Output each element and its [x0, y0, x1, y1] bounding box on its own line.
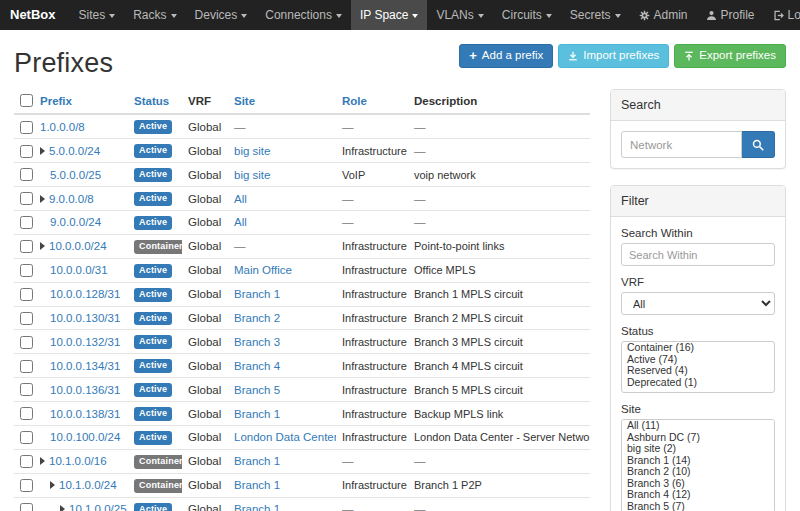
prefix-link[interactable]: 5.0.0.0/24 — [49, 145, 100, 157]
nav-item-devices[interactable]: Devices — [186, 0, 257, 30]
sort-link-role[interactable]: Role — [342, 95, 367, 107]
nav-item-admin[interactable]: Admin — [630, 0, 697, 30]
row-checkbox[interactable] — [20, 192, 33, 205]
role-value: Infrastructure — [342, 479, 407, 491]
add-prefix-button[interactable]: + Add a prefix — [459, 44, 553, 68]
filter-option[interactable]: Branch 4 (12) — [622, 489, 774, 501]
search-within-input[interactable] — [621, 243, 775, 266]
row-checkbox[interactable] — [20, 503, 33, 511]
prefix-link[interactable]: 10.0.0.130/31 — [50, 312, 120, 324]
site-link[interactable]: Branch 1 — [234, 455, 280, 467]
prefix-link[interactable]: 10.0.100.0/24 — [50, 431, 120, 443]
filter-option[interactable]: Deprecated (1) — [622, 377, 774, 389]
site-link[interactable]: big site — [234, 169, 270, 181]
description-value: Branch 2 MPLS circuit — [414, 312, 523, 324]
site-link[interactable]: Branch 1 — [234, 408, 280, 420]
prefix-link[interactable]: 9.0.0.0/24 — [50, 216, 101, 228]
vrf-value: Global — [188, 312, 221, 324]
nav-item-secrets[interactable]: Secrets — [561, 0, 630, 30]
site-link[interactable]: big site — [234, 145, 270, 157]
status-badge: Active — [134, 192, 172, 206]
row-checkbox[interactable] — [20, 479, 33, 492]
vrf-select[interactable]: All — [621, 292, 775, 315]
sort-link-status[interactable]: Status — [134, 95, 169, 107]
sort-link-site[interactable]: Site — [234, 95, 255, 107]
prefix-link[interactable]: 10.0.0.134/31 — [50, 360, 120, 372]
sort-link-prefix[interactable]: Prefix — [40, 95, 72, 107]
site-link[interactable]: All — [234, 216, 247, 228]
nav-item-connections[interactable]: Connections — [256, 0, 351, 30]
site-link[interactable]: Main Office — [234, 264, 292, 276]
site-link[interactable]: Branch 3 — [234, 336, 280, 348]
site-link[interactable]: London Data Center — [234, 431, 336, 443]
site-link[interactable]: Branch 1 — [234, 479, 280, 491]
prefix-link[interactable]: 10.1.0.0/25 — [69, 503, 127, 511]
site-link[interactable]: Branch 1 — [234, 503, 280, 511]
site-link[interactable]: Branch 1 — [234, 288, 280, 300]
row-checkbox[interactable] — [20, 431, 33, 444]
search-panel-title: Search — [611, 90, 785, 121]
nav-item-racks[interactable]: Racks — [124, 0, 185, 30]
row-checkbox[interactable] — [20, 336, 33, 349]
select-all-checkbox[interactable] — [20, 94, 33, 107]
site-link[interactable]: Branch 2 — [234, 312, 280, 324]
table-row: 1.0.0.0/8ActiveGlobal——— — [14, 114, 590, 138]
row-checkbox[interactable] — [20, 145, 33, 158]
status-listbox[interactable]: Container (16)Active (74)Reserved (4)Dep… — [621, 341, 775, 393]
table-row: 10.0.0.132/31ActiveGlobalBranch 3Infrast… — [14, 330, 590, 354]
site-link[interactable]: Branch 4 — [234, 360, 280, 372]
export-prefixes-button[interactable]: Export prefixes — [674, 44, 786, 68]
row-checkbox[interactable] — [20, 383, 33, 396]
row-checkbox[interactable] — [20, 455, 33, 468]
row-checkbox[interactable] — [20, 240, 33, 253]
prefix-link[interactable]: 10.0.0.132/31 — [50, 336, 120, 348]
filter-option[interactable]: All (11) — [622, 420, 774, 432]
row-checkbox[interactable] — [20, 407, 33, 420]
nav-item-sites[interactable]: Sites — [70, 0, 125, 30]
row-checkbox[interactable] — [20, 264, 33, 277]
table-row: 10.0.0.134/31ActiveGlobalBranch 4Infrast… — [14, 354, 590, 378]
empty-dash: — — [342, 455, 354, 467]
nav-item-ip-space[interactable]: IP Space — [351, 0, 427, 30]
search-input[interactable] — [621, 131, 742, 158]
search-button[interactable] — [742, 131, 775, 158]
filter-option[interactable]: Branch 5 (7) — [622, 501, 774, 511]
status-badge: Container — [134, 240, 182, 254]
filter-option[interactable]: Branch 2 (10) — [622, 466, 774, 478]
prefix-link[interactable]: 10.0.0.136/31 — [50, 384, 120, 396]
row-checkbox[interactable] — [20, 360, 33, 373]
nav-item-circuits[interactable]: Circuits — [493, 0, 561, 30]
prefix-link[interactable]: 1.0.0.0/8 — [40, 121, 85, 133]
status-badge: Active — [134, 120, 172, 134]
prefix-link[interactable]: 5.0.0.0/25 — [50, 169, 101, 181]
filter-option[interactable]: Reserved (4) — [622, 365, 774, 377]
row-checkbox[interactable] — [20, 168, 33, 181]
prefix-link[interactable]: 10.0.0.0/31 — [50, 264, 108, 276]
export-prefixes-label: Export prefixes — [699, 49, 776, 63]
import-prefixes-button[interactable]: Import prefixes — [558, 44, 669, 68]
row-checkbox[interactable] — [20, 312, 33, 325]
column-header-description: Description — [408, 89, 590, 114]
prefix-link[interactable]: 10.0.0.0/24 — [49, 240, 107, 252]
role-value: Infrastructure — [342, 264, 407, 276]
row-checkbox[interactable] — [20, 121, 33, 134]
nav-item-vlans[interactable]: VLANs — [427, 0, 492, 30]
filter-option[interactable]: Container (16) — [622, 342, 774, 354]
nav-item-log-out[interactable]: Log out — [764, 0, 800, 30]
prefix-link[interactable]: 10.0.0.138/31 — [50, 408, 120, 420]
filter-option[interactable]: big site (2) — [622, 443, 774, 455]
prefix-link[interactable]: 10.1.0.0/16 — [49, 455, 107, 467]
prefix-link[interactable]: 9.0.0.0/8 — [49, 193, 94, 205]
site-link[interactable]: All — [234, 193, 247, 205]
navbar-brand[interactable]: NetBox — [10, 0, 56, 30]
row-checkbox[interactable] — [20, 216, 33, 229]
site-link[interactable]: Branch 5 — [234, 384, 280, 396]
table-row: 9.0.0.0/24ActiveGlobalAll—— — [14, 211, 590, 235]
row-checkbox[interactable] — [20, 288, 33, 301]
site-listbox[interactable]: All (11)Ashburn DC (7)big site (2)Branch… — [621, 419, 775, 511]
prefix-link[interactable]: 10.1.0.0/24 — [59, 479, 117, 491]
description-value: Point-to-point links — [414, 240, 505, 252]
table-row: 10.0.0.0/24ContainerGlobal—Infrastructur… — [14, 234, 590, 258]
prefix-link[interactable]: 10.0.0.128/31 — [50, 288, 120, 300]
nav-item-profile[interactable]: Profile — [697, 0, 764, 30]
